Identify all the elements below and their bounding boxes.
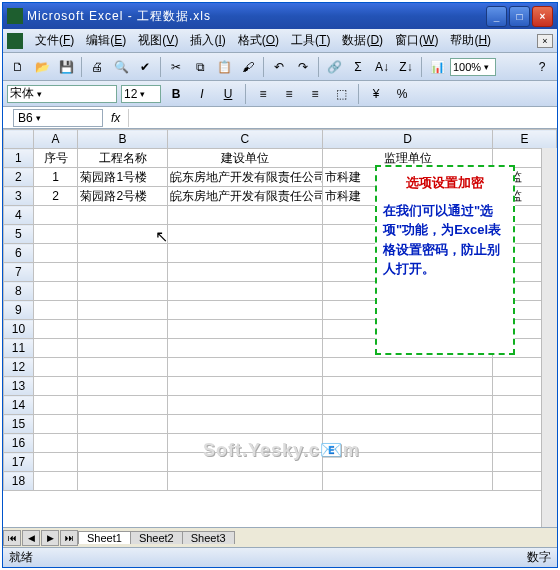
cell-A2[interactable]: 1 — [33, 168, 78, 187]
cell-B17[interactable] — [78, 453, 167, 472]
fx-icon[interactable]: fx — [111, 111, 120, 125]
menu-file[interactable]: 文件(F) — [29, 30, 80, 51]
cell-B15[interactable] — [78, 415, 167, 434]
cell-C3[interactable]: 皖东房地产开发有限责任公司 — [167, 187, 322, 206]
menu-format[interactable]: 格式(O) — [232, 30, 285, 51]
percent-icon[interactable]: % — [391, 83, 413, 105]
cell-B9[interactable] — [78, 301, 167, 320]
cell-A11[interactable] — [33, 339, 78, 358]
col-header-C[interactable]: C — [167, 130, 322, 149]
cell-B14[interactable] — [78, 396, 167, 415]
save-icon[interactable]: 💾 — [55, 56, 77, 78]
cell-C15[interactable] — [167, 415, 322, 434]
chart-icon[interactable]: 📊 — [426, 56, 448, 78]
cell-B3[interactable]: 菊园路2号楼 — [78, 187, 167, 206]
cell-C18[interactable] — [167, 472, 322, 491]
menu-insert[interactable]: 插入(I) — [184, 30, 231, 51]
cell-A13[interactable] — [33, 377, 78, 396]
cell-C7[interactable] — [167, 263, 322, 282]
row-header-11[interactable]: 11 — [4, 339, 34, 358]
cell-A1[interactable]: 序号 — [33, 149, 78, 168]
row-header-15[interactable]: 15 — [4, 415, 34, 434]
redo-icon[interactable]: ↷ — [292, 56, 314, 78]
cell-B6[interactable] — [78, 244, 167, 263]
minimize-button[interactable]: _ — [486, 6, 507, 27]
cell-B8[interactable] — [78, 282, 167, 301]
print-icon[interactable]: 🖨 — [86, 56, 108, 78]
row-header-2[interactable]: 2 — [4, 168, 34, 187]
cell-A9[interactable] — [33, 301, 78, 320]
tab-next-button[interactable]: ▶ — [41, 530, 59, 546]
row-header-17[interactable]: 17 — [4, 453, 34, 472]
cell-B4[interactable] — [78, 206, 167, 225]
align-left-icon[interactable]: ≡ — [252, 83, 274, 105]
cell-C11[interactable] — [167, 339, 322, 358]
tab-first-button[interactable]: ⏮ — [3, 530, 21, 546]
cell-B1[interactable]: 工程名称 — [78, 149, 167, 168]
row-header-6[interactable]: 6 — [4, 244, 34, 263]
copy-icon[interactable]: ⧉ — [189, 56, 211, 78]
maximize-button[interactable]: □ — [509, 6, 530, 27]
row-header-3[interactable]: 3 — [4, 187, 34, 206]
close-button[interactable]: × — [532, 6, 553, 27]
tab-prev-button[interactable]: ◀ — [22, 530, 40, 546]
cell-C6[interactable] — [167, 244, 322, 263]
doc-close-button[interactable]: × — [537, 34, 553, 48]
cell-B11[interactable] — [78, 339, 167, 358]
col-header-A[interactable]: A — [33, 130, 78, 149]
spellcheck-icon[interactable]: ✔ — [134, 56, 156, 78]
align-center-icon[interactable]: ≡ — [278, 83, 300, 105]
cell-A12[interactable] — [33, 358, 78, 377]
cell-C8[interactable] — [167, 282, 322, 301]
cell-C9[interactable] — [167, 301, 322, 320]
align-right-icon[interactable]: ≡ — [304, 83, 326, 105]
cell-C10[interactable] — [167, 320, 322, 339]
help-icon[interactable]: ? — [531, 56, 553, 78]
row-header-10[interactable]: 10 — [4, 320, 34, 339]
name-box[interactable]: B6 — [13, 109, 103, 127]
cell-C1[interactable]: 建设单位 — [167, 149, 322, 168]
menu-window[interactable]: 窗口(W) — [389, 30, 444, 51]
menu-data[interactable]: 数据(D) — [336, 30, 389, 51]
cell-A4[interactable] — [33, 206, 78, 225]
cell-C12[interactable] — [167, 358, 322, 377]
vertical-scrollbar[interactable] — [541, 148, 557, 527]
row-header-13[interactable]: 13 — [4, 377, 34, 396]
col-header-E[interactable]: E — [493, 130, 557, 149]
menu-help[interactable]: 帮助(H) — [444, 30, 497, 51]
cell-B10[interactable] — [78, 320, 167, 339]
bold-icon[interactable]: B — [165, 83, 187, 105]
cell-D18[interactable] — [323, 472, 493, 491]
tab-last-button[interactable]: ⏭ — [60, 530, 78, 546]
cell-A15[interactable] — [33, 415, 78, 434]
cut-icon[interactable]: ✂ — [165, 56, 187, 78]
sort-asc-icon[interactable]: A↓ — [371, 56, 393, 78]
font-size-select[interactable]: 12 — [121, 85, 161, 103]
row-header-5[interactable]: 5 — [4, 225, 34, 244]
row-header-16[interactable]: 16 — [4, 434, 34, 453]
open-icon[interactable]: 📂 — [31, 56, 53, 78]
underline-icon[interactable]: U — [217, 83, 239, 105]
doc-icon[interactable] — [7, 33, 23, 49]
row-header-12[interactable]: 12 — [4, 358, 34, 377]
font-select[interactable]: 宋体 — [7, 85, 117, 103]
cell-D13[interactable] — [323, 377, 493, 396]
cell-B13[interactable] — [78, 377, 167, 396]
row-header-8[interactable]: 8 — [4, 282, 34, 301]
undo-icon[interactable]: ↶ — [268, 56, 290, 78]
cell-B7[interactable] — [78, 263, 167, 282]
select-all-cell[interactable] — [4, 130, 34, 149]
currency-icon[interactable]: ¥ — [365, 83, 387, 105]
cell-A14[interactable] — [33, 396, 78, 415]
cell-C2[interactable]: 皖东房地产开发有限责任公司 — [167, 168, 322, 187]
cell-B5[interactable] — [78, 225, 167, 244]
row-header-4[interactable]: 4 — [4, 206, 34, 225]
cell-A6[interactable] — [33, 244, 78, 263]
merge-icon[interactable]: ⬚ — [330, 83, 352, 105]
cell-A17[interactable] — [33, 453, 78, 472]
autosum-icon[interactable]: Σ — [347, 56, 369, 78]
zoom-select[interactable]: 100% — [450, 58, 496, 76]
row-header-1[interactable]: 1 — [4, 149, 34, 168]
preview-icon[interactable]: 🔍 — [110, 56, 132, 78]
cell-D14[interactable] — [323, 396, 493, 415]
